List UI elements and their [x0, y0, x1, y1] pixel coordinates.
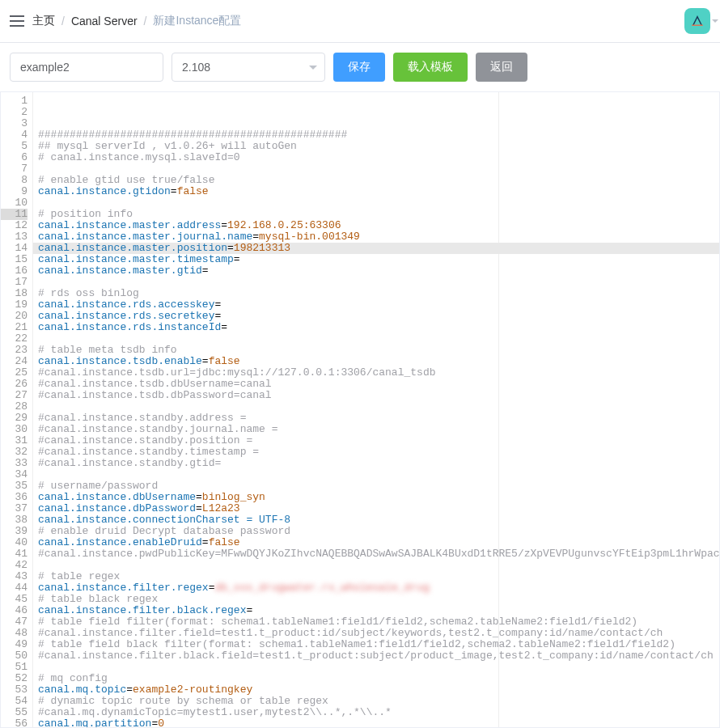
code-line[interactable]: #canal.instance.standby.journal.name =	[38, 424, 719, 435]
code-line[interactable]	[38, 560, 719, 571]
save-button[interactable]: 保存	[333, 53, 385, 82]
code-line[interactable]: canal.instance.master.address=192.168.0.…	[38, 220, 719, 231]
editor-vertical-split	[498, 92, 499, 727]
code-line[interactable]: # position info	[38, 209, 719, 220]
code-line[interactable]: # username/password	[38, 480, 719, 492]
code-line[interactable]	[38, 277, 719, 288]
editor-gutter: 1234567891011121314151617181920212223242…	[1, 92, 33, 727]
code-line[interactable]: #canal.instance.filter.black.field=test1…	[38, 650, 719, 662]
code-line[interactable]: #canal.instance.tsdb.url=jdbc:mysql://12…	[38, 367, 719, 379]
code-line[interactable]: canal.instance.enableDruid=false	[38, 537, 719, 548]
code-line[interactable]: #canal.instance.standby.position =	[38, 435, 719, 447]
code-line[interactable]: canal.instance.dbUsername=binlog_syn	[38, 492, 719, 503]
code-line[interactable]	[38, 401, 719, 413]
code-line[interactable]: ## mysql serverId , v1.0.26+ will autoGe…	[38, 141, 719, 152]
code-line[interactable]: canal.instance.gtidon=false	[38, 186, 719, 197]
code-line[interactable]: canal.instance.master.timestamp=	[38, 254, 719, 265]
code-line[interactable]: # rds oss binlog	[38, 288, 719, 299]
code-line[interactable]: canal.instance.rds.instanceId=	[38, 322, 719, 333]
topbar: 主页 / Canal Server / 新建Instance配置	[0, 0, 720, 43]
instance-name-input[interactable]	[10, 53, 163, 82]
version-select-input[interactable]	[172, 53, 325, 82]
user-badge[interactable]	[684, 8, 710, 34]
code-line[interactable]	[38, 333, 719, 345]
code-line[interactable]: # table black regex	[38, 594, 719, 605]
code-line[interactable]: #canal.instance.tsdb.dbUsername=canal	[38, 379, 719, 390]
code-line[interactable]: # mq config	[38, 673, 719, 684]
code-line[interactable]: # enable druid Decrypt database password	[38, 526, 719, 537]
code-line[interactable]: # enable gtid use true/false	[38, 175, 719, 186]
code-line[interactable]: #canal.instance.tsdb.dbPassword=canal	[38, 390, 719, 401]
hamburger-icon[interactable]	[10, 15, 24, 27]
code-line[interactable]: # table meta tsdb info	[38, 345, 719, 356]
code-line[interactable]: # table field filter(format: schema1.tab…	[38, 616, 719, 628]
breadcrumb-sep: /	[61, 15, 65, 28]
code-line[interactable]: canal.instance.filter.black.regex=	[38, 605, 719, 616]
code-line[interactable]: #canal.instance.standby.address =	[38, 413, 719, 424]
code-line[interactable]: canal.instance.connectionCharset = UTF-8	[38, 514, 719, 526]
code-editor[interactable]: 1234567891011121314151617181920212223242…	[0, 92, 720, 728]
code-line[interactable]: canal.mq.topic=example2-routingkey	[38, 684, 719, 696]
code-line[interactable]	[38, 662, 719, 673]
code-line[interactable]: # table regex	[38, 571, 719, 582]
code-line[interactable]: canal.instance.rds.accesskey=	[38, 299, 719, 311]
code-line[interactable]: canal.instance.master.position=198213313	[33, 243, 719, 254]
breadcrumb-home[interactable]: 主页	[32, 14, 55, 28]
code-line[interactable]	[38, 469, 719, 480]
topbar-left: 主页 / Canal Server / 新建Instance配置	[10, 14, 241, 28]
code-line[interactable]: # table field black filter(format: schem…	[38, 639, 719, 650]
breadcrumb-sep: /	[144, 15, 147, 28]
code-line[interactable]: # dynamic topic route by schema or table…	[38, 696, 719, 707]
breadcrumb: 主页 / Canal Server / 新建Instance配置	[32, 14, 241, 28]
load-template-button[interactable]: 载入模板	[393, 53, 468, 82]
code-line[interactable]: #canal.instance.standby.timestamp =	[38, 447, 719, 458]
code-line[interactable]: canal.instance.rds.secretkey=	[38, 311, 719, 322]
back-button[interactable]: 返回	[476, 53, 527, 82]
code-line[interactable]: canal.instance.dbPassword=L12a23	[38, 503, 719, 514]
version-select[interactable]	[172, 53, 325, 82]
code-line[interactable]: canal.instance.filter.regex=db_xxx_drugw…	[38, 582, 719, 594]
editor-content[interactable]: ########################################…	[33, 92, 719, 727]
code-line[interactable]: #canal.mq.dynamicTopic=mytest1.user,myte…	[38, 707, 719, 718]
code-line[interactable]: #canal.instance.filter.field=test1.t_pro…	[38, 628, 719, 639]
code-line[interactable]	[38, 163, 719, 175]
code-line[interactable]: canal.instance.master.journal.name=mysql…	[38, 231, 719, 243]
code-line[interactable]: # canal.instance.mysql.slaveId=0	[38, 152, 719, 163]
toolbar: 保存 载入模板 返回	[0, 43, 720, 92]
code-line[interactable]: canal.instance.tsdb.enable=false	[38, 356, 719, 367]
breadcrumb-current: 新建Instance配置	[153, 14, 241, 28]
code-line[interactable]: ########################################…	[38, 129, 719, 141]
canal-logo-icon	[690, 14, 705, 28]
code-line[interactable]: #canal.instance.standby.gtid=	[38, 458, 719, 469]
code-line[interactable]	[38, 197, 719, 209]
breadcrumb-server[interactable]: Canal Server	[71, 15, 138, 28]
code-line[interactable]: #canal.instance.pwdPublicKey=MFwwDQYJKoZ…	[38, 548, 719, 560]
code-line[interactable]: canal.instance.master.gtid=	[38, 265, 719, 277]
code-line[interactable]: canal.mq.partition=0	[38, 718, 719, 727]
